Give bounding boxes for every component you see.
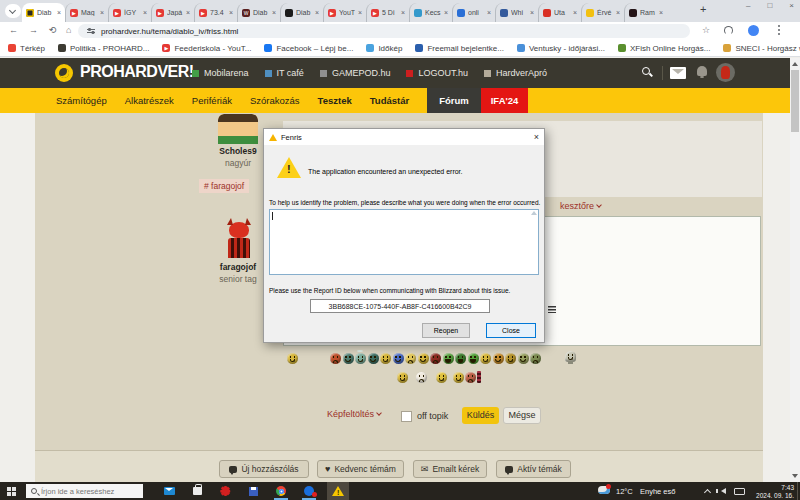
send-button[interactable]: Küldés — [462, 407, 499, 424]
sync-icon[interactable] — [724, 26, 733, 35]
partner-link[interactable]: Mobilarena — [192, 68, 249, 78]
site-logo-text[interactable]: PROHARDVER! — [80, 63, 194, 81]
emoticon-smile-icon[interactable] — [287, 353, 298, 364]
browser-tab[interactable]: ▶Mag× — [65, 3, 108, 22]
tab-close-icon[interactable]: × — [57, 9, 61, 16]
dialog-description-textarea[interactable] — [269, 209, 539, 275]
browser-tab[interactable]: onli× — [452, 3, 495, 22]
nav-item-perif-ri-k[interactable]: Perifériák — [192, 95, 232, 106]
user-avatar[interactable] — [716, 63, 735, 82]
browser-tab[interactable]: Uta× — [538, 3, 581, 22]
taskbar-app-paint[interactable] — [214, 482, 236, 500]
browser-tab[interactable]: ▶Japá× — [151, 3, 194, 22]
site-settings-icon[interactable] — [87, 27, 95, 35]
editor-grippy-icon[interactable] — [548, 306, 556, 313]
maximize-button[interactable]: □ — [767, 1, 772, 10]
current-user-avatar[interactable] — [222, 218, 256, 262]
close-window-button[interactable]: × — [789, 1, 794, 10]
scroll-up-icon[interactable] — [792, 62, 798, 66]
tab-close-icon[interactable]: × — [444, 9, 448, 16]
bookmark-item[interactable]: Politika - PROHARD... — [58, 44, 150, 53]
tab-close-icon[interactable]: × — [229, 9, 233, 16]
profile-avatar[interactable] — [748, 25, 759, 36]
emoticon-grin-icon[interactable] — [468, 353, 479, 364]
bottom-button-comment[interactable]: Új hozzászólás — [219, 460, 309, 478]
taskbar-app-floppy[interactable] — [242, 482, 264, 500]
nav-item-tud-st-r[interactable]: Tudástár — [370, 95, 409, 106]
emoticon-bar-icon[interactable] — [477, 371, 481, 383]
scrollbar-thumb[interactable] — [791, 70, 799, 132]
browser-tab[interactable]: ▶5 Di× — [366, 3, 409, 22]
address-bar[interactable]: prohardver.hu/tema/diablo_iv/friss.html — [78, 24, 690, 38]
taskbar-search-input[interactable] — [41, 487, 138, 496]
partner-link[interactable]: HardverApró — [484, 68, 547, 78]
bookmark-item[interactable]: Freemail bejelentke... — [415, 44, 503, 53]
taskbar-clock[interactable]: 7:43 2024. 09. 16. — [748, 484, 794, 499]
emoticon-smile-icon[interactable] — [343, 353, 354, 364]
emoticon-smile-icon[interactable] — [380, 353, 391, 364]
bookmark-item[interactable]: ▶Feederiskola - YouT... — [162, 44, 251, 53]
url-text[interactable]: prohardver.hu/tema/diablo_iv/friss.html — [101, 27, 238, 36]
tab-close-icon[interactable]: × — [100, 9, 104, 16]
keyboard-icon[interactable] — [734, 488, 745, 495]
partner-link[interactable]: LOGOUT.hu — [406, 68, 468, 78]
nav-item-alkatr-szek[interactable]: Alkatrészek — [125, 95, 174, 106]
search-icon[interactable] — [642, 67, 650, 75]
bookmark-item[interactable]: Időkép — [366, 44, 402, 53]
nav-item-ifa-24[interactable]: IFA'24 — [481, 88, 529, 113]
page-scrollbar[interactable] — [790, 58, 800, 482]
menu-kebab-icon[interactable] — [778, 25, 780, 27]
emoticon-halo-icon[interactable] — [355, 353, 366, 364]
weather-desc[interactable]: Enyhe eső — [640, 487, 675, 496]
tab-close-icon[interactable]: × — [186, 9, 190, 16]
browser-tab[interactable]: Ram× — [624, 3, 667, 22]
tab-close-icon[interactable]: × — [487, 9, 491, 16]
dialog-title-bar[interactable]: Fenris × — [264, 129, 544, 145]
tab-close-icon[interactable]: × — [315, 9, 319, 16]
browser-tab[interactable]: Kecs× — [409, 3, 452, 22]
browser-tab[interactable]: ▶YouT× — [323, 3, 366, 22]
start-button-icon[interactable] — [7, 487, 16, 496]
emoticon-smile-icon[interactable] — [393, 353, 404, 364]
volume-icon[interactable] — [718, 488, 726, 494]
report-id-field[interactable]: 3BB688CE-1075-440F-AB8F-C416600B42C9 — [310, 299, 490, 313]
emoticon-frown-icon[interactable] — [330, 353, 341, 364]
emoticon-grin-icon[interactable] — [443, 353, 454, 364]
forward-icon[interactable]: → — [29, 25, 38, 35]
tab-close-icon[interactable]: × — [143, 9, 147, 16]
scroll-down-icon[interactable] — [792, 474, 798, 478]
emoticon-smile-icon[interactable] — [418, 353, 429, 364]
browser-tab[interactable]: Diab× — [22, 3, 65, 22]
post-author-avatar[interactable] — [218, 114, 258, 144]
browser-tab[interactable]: WDiab× — [237, 3, 280, 22]
home-icon[interactable]: ⌂ — [66, 25, 71, 35]
browser-tab[interactable]: ▶ÍGY× — [108, 3, 151, 22]
emoticon-smile-icon[interactable] — [453, 372, 464, 383]
emoticon-bulb-icon[interactable] — [565, 351, 576, 362]
bookmark-item[interactable]: SNECI - Horgász we... — [723, 44, 800, 53]
emoticon-smile-icon[interactable] — [493, 353, 504, 364]
emoticon-smile-icon[interactable] — [368, 353, 379, 364]
browser-tab[interactable]: Diab× — [280, 3, 323, 22]
reply-reference-link[interactable]: # faragojof — [199, 179, 249, 193]
emoticon-frown-icon[interactable] — [465, 372, 476, 383]
bookmark-star-icon[interactable]: ☆ — [702, 25, 710, 35]
messages-envelope-icon[interactable] — [670, 67, 686, 79]
taskbar-search[interactable] — [26, 484, 143, 498]
emoticon-grin-icon[interactable] — [455, 353, 466, 364]
emoticon-smile-icon[interactable] — [518, 353, 529, 364]
bookmark-item[interactable]: XFish Online Horgás... — [618, 44, 710, 53]
dialog-close-icon[interactable]: × — [534, 132, 539, 142]
partner-link[interactable]: GAMEPOD.hu — [320, 68, 391, 78]
emoticon-smile-icon[interactable] — [436, 372, 447, 383]
image-upload-link[interactable]: Képfeltöltés — [327, 409, 381, 419]
offtopic-checkbox[interactable] — [401, 411, 412, 422]
emoticon-frown-icon[interactable] — [430, 353, 441, 364]
tab-close-icon[interactable]: × — [401, 9, 405, 16]
tab-close-icon[interactable]: × — [272, 9, 276, 16]
tab-close-icon[interactable]: × — [358, 9, 362, 16]
taskbar-app-battlenet[interactable] — [298, 482, 320, 500]
bookmark-item[interactable]: Facebook – Lépj be... — [264, 44, 353, 53]
nav-item-sz-m-t-g-p[interactable]: Számítógép — [56, 95, 107, 106]
bottom-button-mail[interactable]: ✉Emailt kérek — [413, 460, 487, 478]
